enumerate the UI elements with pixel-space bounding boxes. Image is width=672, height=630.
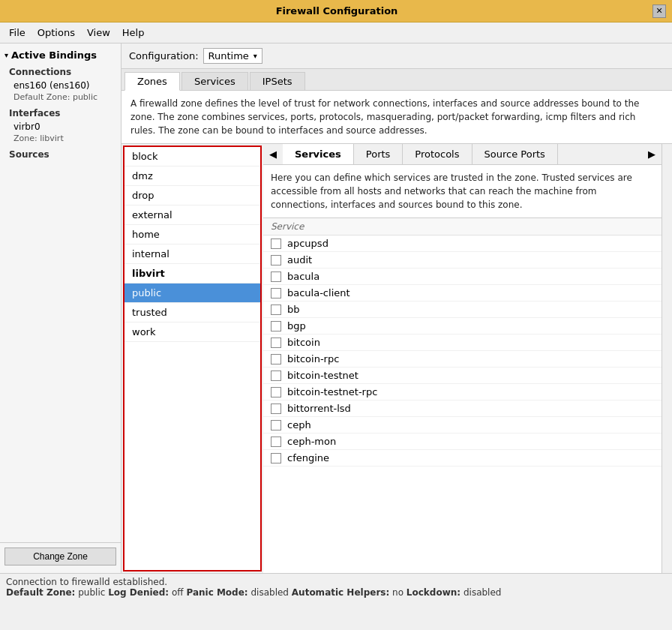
zone-item-work[interactable]: work [124,322,260,342]
status-panic-value: disabled [250,587,289,598]
service-label-bitcoin-rpc: bitcoin-rpc [287,353,339,364]
service-label-bacula-client: bacula-client [287,287,350,298]
service-label-cfengine: cfengine [287,452,329,464]
service-item-bgp[interactable]: bgp [263,318,662,334]
sidebar-item-ens160[interactable]: ens160 (ens160) [0,79,121,92]
service-item-bb[interactable]: bb [263,302,662,318]
status-log-denied-value: off [172,587,184,598]
menu-file[interactable]: File [3,26,32,40]
content-area: Configuration: Runtime ▾ Zones Services … [122,44,672,573]
zone-item-libvirt[interactable]: libvirt [124,264,260,284]
config-bar: Configuration: Runtime ▾ [122,44,672,69]
subtab-source-ports[interactable]: Source Ports [472,144,558,164]
service-label-ceph: ceph [287,419,311,430]
service-checkbox-bitcoin-testnet-rpc[interactable] [271,387,281,398]
service-checkbox-bitcoin-testnet[interactable] [271,370,281,381]
sidebar-item-virbr0[interactable]: virbr0 [0,120,121,134]
zone-description: A firewalld zone defines the level of tr… [122,91,672,143]
zone-services-container: blockdmzdropexternalhomeinternallibvirtp… [122,143,672,573]
sidebar-bottom: Change Zone [0,542,121,570]
service-checkbox-bitcoin[interactable] [271,338,281,348]
service-checkbox-bb[interactable] [271,304,281,315]
service-label-bgp: bgp [287,320,306,332]
status-connection: Connection to firewalld established. [6,577,666,587]
menu-bar: File Options View Help [0,22,672,44]
subtab-right-arrow[interactable]: ▶ [642,144,662,164]
subtab-services[interactable]: Services [283,144,354,164]
service-item-bacula[interactable]: bacula [263,268,662,285]
service-item-bacula-client[interactable]: bacula-client [263,285,662,302]
tab-ipsets[interactable]: IPSets [250,72,305,90]
status-lockdown-value: disabled [464,587,502,598]
service-checkbox-bgp[interactable] [271,321,281,332]
config-dropdown[interactable]: Runtime ▾ [203,48,262,64]
config-arrow: ▾ [254,52,257,60]
service-label-ceph-mon: ceph-mon [287,436,336,447]
service-item-apcupsd[interactable]: apcupsd [263,236,662,252]
service-item-ceph-mon[interactable]: ceph-mon [263,434,662,450]
zone-item-public[interactable]: public [124,284,260,303]
service-list-container: Service apcupsdauditbaculabacula-clientb… [263,218,662,573]
status-log-denied-label: Log Denied: [108,587,169,598]
status-bar: Connection to firewalld established. Def… [0,573,672,600]
service-checkbox-bacula-client[interactable] [271,288,281,298]
right-scrollbar[interactable] [662,144,672,573]
zone-item-drop[interactable]: drop [124,186,260,206]
active-bindings-label: Active Bindings [11,50,97,61]
close-button[interactable]: ✕ [652,4,666,18]
service-checkbox-ceph-mon[interactable] [271,436,281,447]
services-subtabs: ◀ Services Ports Protocols Source Ports … [263,144,662,165]
config-label: Configuration: [129,50,199,62]
zone-item-trusted[interactable]: trusted [124,303,260,322]
sidebar: ▾ Active Bindings Connections ens160 (en… [0,44,122,573]
service-item-ceph[interactable]: ceph [263,417,662,434]
service-checkbox-bitcoin-rpc[interactable] [271,354,281,364]
sidebar-item-virbr0-sub: Zone: libvirt [0,134,121,146]
service-item-bitcoin-rpc[interactable]: bitcoin-rpc [263,351,662,368]
service-checkbox-apcupsd[interactable] [271,238,281,249]
zone-item-external[interactable]: external [124,206,260,225]
service-item-cfengine[interactable]: cfengine [263,450,662,466]
service-label-bitcoin-testnet-rpc: bitcoin-testnet-rpc [287,386,377,398]
services-desc: Here you can define which services are t… [263,165,662,218]
service-item-bitcoin-testnet-rpc[interactable]: bitcoin-testnet-rpc [263,384,662,400]
menu-options[interactable]: Options [32,26,81,40]
service-item-bitcoin-testnet[interactable]: bitcoin-testnet [263,368,662,384]
service-label-bitcoin-testnet: bitcoin-testnet [287,370,358,381]
subtab-left-arrow[interactable]: ◀ [263,144,283,164]
tabs-row: Zones Services IPSets [122,69,672,91]
status-info: Default Zone: public Log Denied: off Pan… [6,587,666,598]
tab-services[interactable]: Services [182,72,248,90]
zone-item-internal[interactable]: internal [124,244,260,264]
service-label-bitcoin: bitcoin [287,337,320,348]
service-checkbox-bacula[interactable] [271,272,281,282]
status-default-zone-value: public [78,587,105,598]
status-helpers-label: Automatic Helpers: [292,587,389,598]
service-item-bittorrent-lsd[interactable]: bittorrent-lsd [263,400,662,417]
config-value: Runtime [208,50,249,62]
zone-item-block[interactable]: block [124,147,260,166]
zone-item-dmz[interactable]: dmz [124,166,260,186]
service-checkbox-ceph[interactable] [271,420,281,430]
service-checkbox-bittorrent-lsd[interactable] [271,404,281,414]
interfaces-label: Interfaces [0,105,121,120]
services-panel: ◀ Services Ports Protocols Source Ports … [263,144,662,573]
tab-zones[interactable]: Zones [124,72,180,91]
subtab-ports[interactable]: Ports [354,144,404,164]
service-checkbox-cfengine[interactable] [271,453,281,464]
zone-item-home[interactable]: home [124,225,260,244]
service-item-bitcoin[interactable]: bitcoin [263,334,662,351]
menu-help[interactable]: Help [116,26,151,40]
change-zone-button[interactable]: Change Zone [4,548,116,566]
connections-label: Connections [0,64,121,79]
service-label-bittorrent-lsd: bittorrent-lsd [287,403,351,414]
active-bindings-header[interactable]: ▾ Active Bindings [0,46,121,64]
service-list-header: Service [263,218,662,236]
status-panic-label: Panic Mode: [186,587,248,598]
main-container: ▾ Active Bindings Connections ens160 (en… [0,44,672,573]
service-checkbox-audit[interactable] [271,255,281,266]
subtab-protocols[interactable]: Protocols [403,144,472,164]
window-title: Firewall Configuration [21,5,652,16]
menu-view[interactable]: View [81,26,116,40]
service-item-audit[interactable]: audit [263,252,662,268]
